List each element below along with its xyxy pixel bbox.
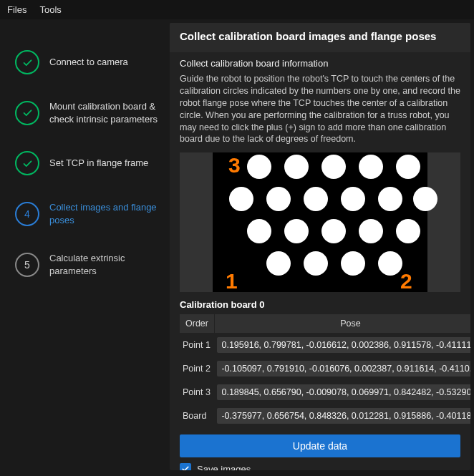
svg-point-21 [378, 251, 402, 276]
svg-point-11 [378, 187, 402, 211]
check-icon [21, 107, 34, 119]
save-images-label: Save images [197, 464, 251, 470]
steps-sidebar: Connect to cameraMount calibration board… [4, 23, 170, 470]
step-label: Collect images and flange poses [49, 201, 163, 226]
step-label: Calculate extrinsic parameters [49, 252, 163, 277]
step-3[interactable]: Set TCP in flange frame [14, 138, 163, 188]
pose-table: Order Pose Point 10.195916, 0.799781, -0… [180, 314, 470, 427]
menu-files[interactable]: Files [7, 4, 26, 15]
svg-point-17 [396, 219, 420, 243]
svg-point-6 [396, 155, 420, 179]
step-label: Connect to camera [49, 56, 163, 69]
step-badge: 5 [15, 253, 39, 277]
pose-value[interactable]: -0.375977, 0.656754, 0.848326, 0.012281,… [217, 408, 470, 424]
svg-point-20 [341, 251, 365, 276]
pose-value[interactable]: 0.189845, 0.656790, -0.009078, 0.069971,… [217, 384, 470, 400]
step-label: Set TCP in flange frame [49, 157, 163, 170]
check-icon [21, 57, 34, 69]
check-icon [181, 465, 190, 470]
section-help-text: Guide the robot to position the robot's … [180, 73, 460, 145]
step-5[interactable]: 5Calculate extrinsic parameters [14, 239, 163, 290]
svg-point-18 [266, 251, 291, 276]
svg-point-16 [359, 219, 383, 243]
step-1[interactable]: Connect to camera [14, 37, 163, 87]
svg-point-2 [247, 155, 271, 179]
svg-point-3 [284, 155, 309, 179]
svg-point-14 [284, 219, 309, 243]
svg-point-5 [359, 155, 383, 179]
pose-value[interactable]: -0.105097, 0.791910, -0.016076, 0.002387… [217, 361, 470, 377]
svg-point-9 [304, 187, 328, 211]
row-order: Point 1 [180, 334, 214, 357]
board-title: Calibration board 0 [180, 299, 460, 310]
step-badge [15, 101, 39, 125]
marker-2: 2 [400, 269, 412, 292]
svg-point-4 [321, 155, 346, 179]
row-order: Point 3 [180, 381, 214, 404]
page-title: Collect calibration board images and fla… [180, 30, 460, 42]
marker-3: 3 [228, 153, 241, 177]
col-pose: Pose [214, 314, 470, 334]
step-badge [15, 151, 39, 175]
row-order: Board [180, 404, 214, 428]
svg-point-10 [341, 187, 365, 211]
col-order: Order [180, 314, 214, 334]
table-row: Point 30.189845, 0.656790, -0.009078, 0.… [180, 381, 470, 404]
svg-point-15 [321, 219, 346, 243]
table-row: Point 2-0.105097, 0.791910, -0.016076, 0… [180, 357, 470, 381]
pose-value[interactable]: 0.195916, 0.799781, -0.016612, 0.002386,… [217, 337, 470, 353]
svg-point-12 [413, 187, 437, 211]
svg-point-19 [304, 251, 328, 276]
menu-tools[interactable]: Tools [39, 4, 61, 15]
check-icon [21, 157, 34, 170]
step-badge [15, 50, 39, 74]
update-data-button[interactable]: Update data [180, 434, 460, 457]
save-images-checkbox[interactable] [180, 463, 191, 470]
svg-point-13 [247, 219, 271, 243]
step-badge: 4 [15, 202, 39, 226]
row-order: Point 2 [180, 357, 214, 381]
table-row: Board-0.375977, 0.656754, 0.848326, 0.01… [180, 404, 470, 428]
svg-point-7 [229, 187, 253, 211]
step-label: Mount calibration board & check intrinsi… [49, 100, 163, 125]
section-subtitle: Collect calibration board information [180, 58, 460, 69]
step-2[interactable]: Mount calibration board & check intrinsi… [14, 87, 163, 138]
svg-point-8 [266, 187, 291, 211]
table-row: Point 10.195916, 0.799781, -0.016612, 0.… [180, 334, 470, 357]
main-panel: Collect calibration board images and fla… [170, 23, 470, 470]
marker-1: 1 [226, 269, 238, 292]
calibration-board-image: 3 1 2 [180, 152, 460, 292]
menubar: Files Tools [0, 0, 474, 19]
step-4[interactable]: 4Collect images and flange poses [14, 188, 163, 239]
